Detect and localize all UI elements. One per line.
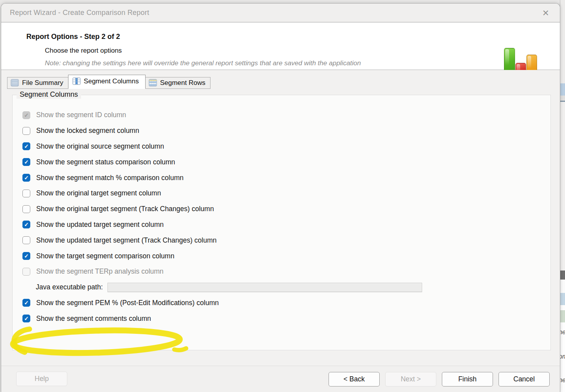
- tab-page: File SummarySegment ColumnsSegment Rows …: [1, 70, 560, 366]
- checkbox-row[interactable]: ✓Show the target segment comparison colu…: [22, 248, 543, 264]
- checkbox-unchecked[interactable]: [22, 236, 30, 244]
- file-summary-icon: [11, 79, 19, 86]
- checkbox-label: Show the segment status comparison colum…: [36, 158, 175, 166]
- step-subtitle: Choose the report options: [45, 47, 122, 55]
- title-bar[interactable]: Report Wizard - Create Comparison Report…: [1, 4, 560, 22]
- tab-segment-rows[interactable]: Segment Rows: [145, 77, 210, 89]
- checkbox-checked[interactable]: ✓: [22, 315, 30, 322]
- table-rows-icon: [149, 79, 157, 86]
- tab-label: File Summary: [22, 79, 63, 87]
- checkbox-label: Show the original target segment column: [36, 189, 161, 197]
- tab-label: Segment Columns: [84, 77, 139, 85]
- window-title: Report Wizard - Create Comparison Report: [10, 9, 149, 17]
- bg-text-fragment: ne: [560, 329, 565, 336]
- checkbox-row[interactable]: ✓Show the segment comments column: [22, 311, 543, 326]
- bg-strip-gray-band: [560, 96, 565, 101]
- tab-label: Segment Rows: [160, 79, 205, 87]
- footer-bar: Help < BackNext >FinishCancel: [1, 366, 560, 392]
- footer-button-group: < BackNext >FinishCancel: [329, 366, 550, 392]
- checkbox-checked[interactable]: ✓: [22, 252, 30, 260]
- checkbox-row[interactable]: Show the locked segment column: [22, 123, 543, 139]
- checkbox-row[interactable]: Show the original target segment column: [22, 186, 543, 201]
- checkbox-label: Show the segment ID column: [36, 111, 126, 119]
- tab-file-summary[interactable]: File Summary: [7, 77, 68, 89]
- checkbox-label: Show the updated target segment (Track C…: [36, 236, 217, 245]
- checkbox-row[interactable]: ✓Show the original source segment column: [22, 139, 543, 155]
- options-list: ✓Show the segment ID columnShow the lock…: [22, 107, 543, 326]
- checkbox-unchecked[interactable]: [22, 127, 30, 135]
- bg-strip-blue-band: [560, 83, 565, 96]
- background-app-strip: ne om ne: [560, 0, 565, 392]
- checkbox-row[interactable]: ✓Show the segment PEM % (Post-Edit Modif…: [22, 295, 543, 311]
- bg-strip-light: [560, 102, 565, 271]
- wizard-header: Report Options - Step 2 of 2 Choose the …: [1, 22, 560, 70]
- close-icon[interactable]: ×: [539, 6, 553, 20]
- java-executable-path-label: Java executable path:: [36, 283, 103, 291]
- checkbox-checked[interactable]: ✓: [22, 142, 30, 150]
- checkbox-label: Show the segment TERp analysis column: [36, 267, 164, 276]
- bg-text-fragment: ne: [560, 377, 565, 384]
- segment-columns-groupbox: Segment Columns ✓Show the segment ID col…: [12, 95, 551, 350]
- checkbox-label: Show the segment comments column: [36, 315, 151, 323]
- checkbox-row: Show the segment TERp analysis column: [22, 264, 543, 280]
- java-executable-path-input: [107, 283, 422, 292]
- tab-strip: File SummarySegment ColumnsSegment Rows: [7, 75, 210, 89]
- checkbox-label: Show the updated target segment column: [36, 221, 164, 229]
- bg-strip-dark-band: [560, 271, 565, 280]
- checkbox-label: Show the target segment comparison colum…: [36, 252, 174, 260]
- cancel-button[interactable]: Cancel: [499, 372, 550, 386]
- checkbox-row: ✓Show the segment ID column: [22, 107, 543, 123]
- checkbox-checked[interactable]: ✓: [22, 221, 30, 228]
- checkbox-unchecked[interactable]: [22, 205, 30, 213]
- step-note: Note: changing the settings here will ov…: [45, 59, 361, 67]
- next-button: Next >: [385, 372, 436, 386]
- checkbox-row[interactable]: ✓Show the updated target segment column: [22, 217, 543, 233]
- tab-segment-columns[interactable]: Segment Columns: [68, 75, 146, 89]
- finish-button[interactable]: Finish: [442, 372, 493, 386]
- bg-strip-white-2: [560, 305, 565, 310]
- checkbox-checked[interactable]: ✓: [22, 158, 30, 166]
- bg-strip-blue-band-2: [560, 293, 565, 305]
- checkbox-label: Show the locked segment column: [36, 127, 139, 135]
- bg-strip-green-band: [560, 310, 565, 322]
- checkbox-label: Show the segment PEM % (Post-Edit Modifi…: [36, 299, 219, 307]
- java-executable-path-row: Java executable path:: [22, 280, 543, 295]
- checkbox-row[interactable]: Show the updated target segment (Track C…: [22, 232, 543, 248]
- bg-text-fragment: om: [560, 353, 565, 360]
- checkbox-row[interactable]: ✓Show the segment match % comparison col…: [22, 170, 543, 186]
- checkbox-label: Show the original target segment (Track …: [36, 205, 214, 213]
- help-button: Help: [16, 372, 67, 386]
- checkbox-label: Show the segment match % comparison colu…: [36, 174, 183, 182]
- bg-strip-white: [560, 280, 565, 293]
- checkbox-label: Show the original source segment column: [36, 142, 164, 151]
- checkbox-checked[interactable]: ✓: [22, 299, 30, 307]
- checkbox-unchecked[interactable]: [22, 190, 30, 197]
- checkbox-row[interactable]: ✓Show the segment status comparison colu…: [22, 154, 543, 170]
- report-wizard-dialog: Report Wizard - Create Comparison Report…: [1, 3, 560, 392]
- table-columns-icon: [72, 77, 81, 85]
- step-title: Report Options - Step 2 of 2: [26, 33, 120, 41]
- groupbox-label: Segment Columns: [17, 90, 81, 99]
- checkbox-row[interactable]: Show the original target segment (Track …: [22, 201, 543, 217]
- checkbox-checked: ✓: [22, 111, 30, 119]
- checkbox-checked[interactable]: ✓: [22, 174, 30, 182]
- back-button[interactable]: < Back: [329, 372, 380, 386]
- checkbox-unchecked: [22, 268, 30, 276]
